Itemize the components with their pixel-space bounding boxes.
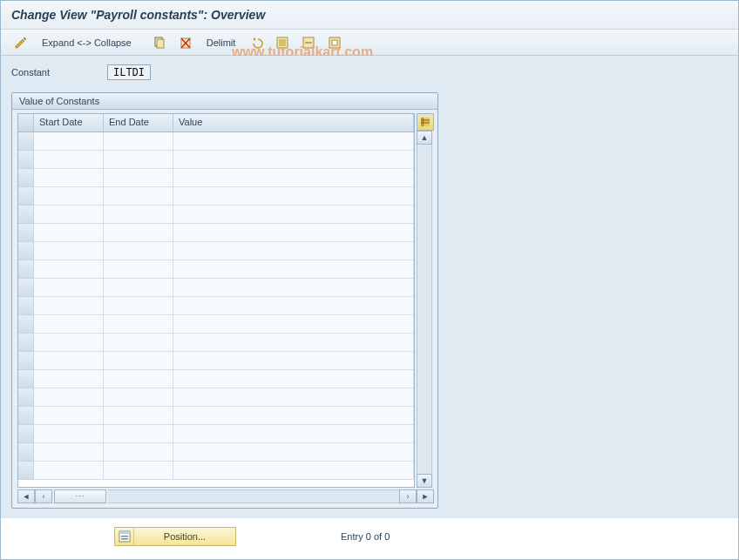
cell-value[interactable] (173, 242, 414, 260)
scroll-last-icon[interactable]: ► (417, 489, 434, 503)
cell-end-date[interactable] (104, 132, 173, 151)
deselect-all-icon[interactable] (297, 34, 320, 51)
cell-end-date[interactable] (104, 206, 173, 224)
cell-start-date[interactable] (34, 315, 104, 334)
scroll-track[interactable] (417, 145, 432, 474)
cell-start-date[interactable] (34, 388, 104, 407)
cell-value[interactable] (173, 407, 414, 425)
row-selector[interactable] (18, 224, 34, 242)
cell-end-date[interactable] (104, 462, 173, 480)
cell-value[interactable] (173, 425, 414, 443)
cell-value[interactable] (173, 206, 414, 224)
cell-start-date[interactable] (34, 224, 104, 242)
cell-end-date[interactable] (104, 425, 173, 443)
horizontal-scrollbar[interactable]: ◄ ‹ ⋯ › ► (17, 489, 434, 503)
scroll-down-icon[interactable]: ▼ (417, 474, 432, 488)
print-icon[interactable] (323, 34, 346, 51)
row-selector[interactable] (18, 425, 34, 443)
row-selector[interactable] (18, 370, 34, 388)
cell-end-date[interactable] (104, 352, 173, 370)
table-row[interactable] (18, 151, 414, 169)
table-row[interactable] (18, 260, 414, 279)
cell-value[interactable] (173, 132, 414, 151)
copy-icon[interactable] (148, 34, 171, 51)
row-selector[interactable] (18, 206, 34, 224)
row-selector[interactable] (18, 187, 34, 206)
row-selector[interactable] (18, 315, 34, 334)
table-row[interactable] (18, 462, 414, 480)
cell-start-date[interactable] (34, 297, 104, 315)
cell-end-date[interactable] (104, 279, 173, 297)
vertical-scrollbar[interactable]: ▲ ▼ (417, 131, 432, 488)
cell-end-date[interactable] (104, 407, 173, 425)
row-selector-header[interactable] (18, 114, 34, 132)
cell-start-date[interactable] (34, 260, 104, 279)
table-row[interactable] (18, 315, 414, 334)
cell-end-date[interactable] (104, 315, 173, 334)
row-selector[interactable] (18, 462, 34, 480)
row-selector[interactable] (18, 352, 34, 370)
row-selector[interactable] (18, 279, 34, 297)
table-row[interactable] (18, 279, 414, 297)
cell-start-date[interactable] (34, 132, 104, 151)
row-selector[interactable] (18, 297, 34, 315)
row-selector[interactable] (18, 242, 34, 260)
table-row[interactable] (18, 334, 414, 352)
cell-start-date[interactable] (34, 407, 104, 425)
column-start-date[interactable]: Start Date (34, 114, 104, 132)
cell-end-date[interactable] (104, 224, 173, 242)
table-config-icon[interactable] (417, 113, 434, 131)
cell-end-date[interactable] (104, 370, 173, 388)
cell-value[interactable] (173, 443, 414, 462)
cell-start-date[interactable] (34, 187, 104, 206)
cell-end-date[interactable] (104, 151, 173, 169)
cell-value[interactable] (173, 260, 414, 279)
row-selector[interactable] (18, 443, 34, 462)
table-row[interactable] (18, 352, 414, 370)
cell-start-date[interactable] (34, 206, 104, 224)
constant-value[interactable]: ILTDI (107, 64, 151, 80)
cell-start-date[interactable] (34, 443, 104, 462)
table-row[interactable] (18, 224, 414, 242)
cell-end-date[interactable] (104, 297, 173, 315)
row-selector[interactable] (18, 388, 34, 407)
cell-end-date[interactable] (104, 187, 173, 206)
position-button[interactable]: Position... (114, 527, 236, 546)
cell-value[interactable] (173, 352, 414, 370)
cell-end-date[interactable] (104, 242, 173, 260)
delimit-button[interactable]: Delimit (200, 34, 242, 51)
cell-start-date[interactable] (34, 352, 104, 370)
row-selector[interactable] (18, 151, 34, 169)
cell-value[interactable] (173, 462, 414, 480)
scroll-thumb[interactable]: ⋯ (54, 489, 106, 503)
cell-value[interactable] (173, 297, 414, 315)
cell-value[interactable] (173, 388, 414, 407)
select-all-icon[interactable] (271, 34, 294, 51)
scroll-up-icon[interactable]: ▲ (417, 131, 432, 145)
cell-end-date[interactable] (104, 260, 173, 279)
cell-value[interactable] (173, 187, 414, 206)
cell-value[interactable] (173, 315, 414, 334)
cell-start-date[interactable] (34, 242, 104, 260)
table-row[interactable] (18, 132, 414, 151)
cell-end-date[interactable] (104, 169, 173, 187)
column-value[interactable]: Value (173, 114, 414, 132)
scroll-first-icon[interactable]: ◄ (17, 489, 35, 503)
row-selector[interactable] (18, 334, 34, 352)
cell-value[interactable] (173, 334, 414, 352)
table-row[interactable] (18, 425, 414, 443)
column-end-date[interactable]: End Date (104, 114, 173, 132)
row-selector[interactable] (18, 260, 34, 279)
cell-end-date[interactable] (104, 388, 173, 407)
cell-start-date[interactable] (34, 425, 104, 443)
row-selector[interactable] (18, 132, 34, 151)
table-row[interactable] (18, 297, 414, 315)
cell-value[interactable] (173, 169, 414, 187)
table-row[interactable] (18, 206, 414, 224)
table-row[interactable] (18, 407, 414, 425)
table-row[interactable] (18, 370, 414, 388)
expand-collapse-button[interactable]: Expand <-> Collapse (36, 34, 138, 51)
cell-start-date[interactable] (34, 279, 104, 297)
cell-value[interactable] (173, 279, 414, 297)
cell-end-date[interactable] (104, 443, 173, 462)
